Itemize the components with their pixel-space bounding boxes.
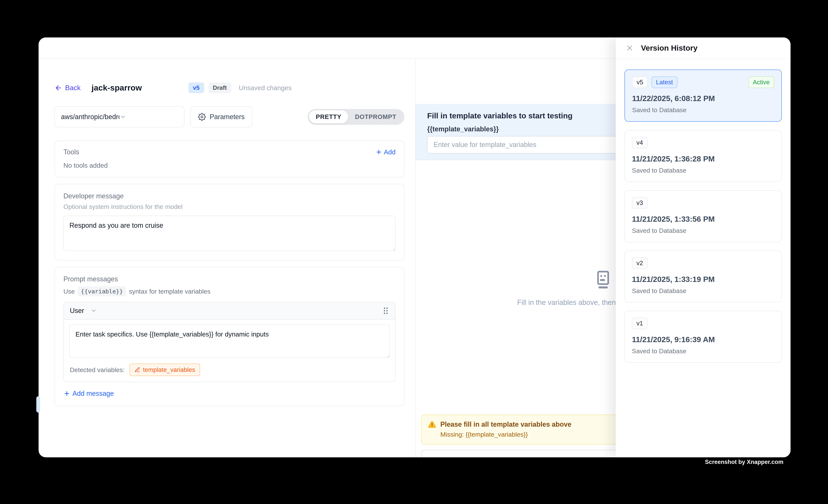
tools-card: Tools Add No tools added [54,140,404,177]
warning-triangle-icon [428,420,436,428]
app-window: Back jack-sparrow v5 Draft Unsaved chang… [39,37,791,457]
version-history-panel: Version History v5 Latest Active 11/22/2… [616,37,791,457]
version-status: Saved to Database [632,106,774,114]
role-selector[interactable]: User [70,307,97,315]
toggle-dotprompt[interactable]: DOTPROMPT [348,110,403,123]
prompt-messages-card: Prompt messages Use {{variable}} syntax … [54,267,404,406]
back-arrow-icon [54,84,62,92]
no-tools-text: No tools added [64,162,396,169]
active-badge: Active [748,76,774,88]
model-selector[interactable]: aws/anthropic/bedrock-claude-3-5-s... [54,106,184,127]
unsaved-changes-text: Unsaved changes [239,84,291,92]
watermark-text: Screenshot by Xnapper.com [705,459,783,465]
developer-message-textarea[interactable]: Respond as you are tom cruise [64,216,396,251]
version-history-title: Version History [641,44,698,52]
version-badge: v5 [189,82,204,93]
plus-icon [64,390,70,397]
message-content-textarea[interactable]: Enter task specifics. Use {{template_var… [70,325,389,358]
template-variable-chip[interactable]: template_variables [129,364,200,376]
version-card-v2[interactable]: v2 11/21/2025, 1:33:19 PM Saved to Datab… [624,251,782,302]
version-chip: v3 [632,197,648,209]
role-selector-value: User [70,307,84,315]
version-timestamp: 11/21/2025, 1:36:28 PM [632,155,774,163]
version-list: v5 Latest Active 11/22/2025, 6:08:12 PM … [616,59,791,363]
prompt-message-block: User Enter task specifics. Use {{templat… [64,302,396,382]
detected-variables-row: Detected variables: template_variables [64,361,395,382]
version-card-v4[interactable]: v4 11/21/2025, 1:36:28 PM Saved to Datab… [624,130,782,182]
message-role-header: User [64,302,395,320]
edge-toast-sliver [36,396,40,413]
page-title: jack-sparrow [91,83,142,92]
close-icon[interactable] [625,44,634,52]
version-chip: v5 [632,76,648,88]
version-card-v5[interactable]: v5 Latest Active 11/22/2025, 6:08:12 PM … [624,70,782,122]
prompt-editor-column: Back jack-sparrow v5 Draft Unsaved chang… [39,59,415,457]
editor-toolbar: aws/anthropic/bedrock-claude-3-5-s... Pa… [54,106,404,127]
version-status: Saved to Database [632,227,774,234]
version-status: Saved to Database [632,287,774,295]
format-toggle: PRETTY DOTPROMPT [308,109,404,125]
draft-badge: Draft [208,82,232,93]
latest-badge: Latest [652,76,677,88]
toggle-pretty[interactable]: PRETTY [309,110,348,123]
version-timestamp: 11/21/2025, 1:33:56 PM [632,215,774,223]
chevron-down-icon [90,307,97,314]
template-syntax-hint: Use {{variable}} syntax for template var… [64,287,396,296]
tools-title: Tools [64,148,79,156]
add-tool-button[interactable]: Add [376,148,396,156]
developer-message-card: Developer message Optional system instru… [54,184,404,260]
version-timestamp: 11/22/2025, 6:08:12 PM [632,94,774,103]
version-card-v1[interactable]: v1 11/21/2025, 9:16:39 AM Saved to Datab… [624,311,782,363]
version-timestamp: 11/21/2025, 9:16:39 AM [632,335,774,344]
back-label: Back [65,84,81,92]
breadcrumb: Back jack-sparrow v5 Draft Unsaved chang… [54,82,404,93]
version-status: Saved to Database [632,347,774,355]
version-chip: v1 [632,318,648,329]
prompt-messages-title: Prompt messages [64,275,396,283]
developer-message-title: Developer message [64,192,396,200]
bot-icon [592,268,614,291]
add-message-button[interactable]: Add message [64,389,396,397]
plus-icon [376,149,382,155]
developer-message-subtitle: Optional system instructions for the mod… [64,203,396,210]
chevron-down-icon [120,114,178,120]
drag-handle-icon[interactable] [382,307,389,314]
version-status: Saved to Database [632,167,774,174]
variable-syntax-chip: {{variable}} [78,287,126,296]
version-chip: v4 [632,137,648,149]
parameters-label: Parameters [210,113,245,121]
parameters-button[interactable]: Parameters [191,106,252,127]
model-selector-value: aws/anthropic/bedrock-claude-3-5-s... [61,113,120,121]
version-chip: v2 [632,257,648,269]
warning-title: Please fill in all template variables ab… [440,420,571,428]
version-timestamp: 11/21/2025, 1:33:19 PM [632,275,774,284]
version-history-header: Version History [616,37,791,59]
back-button[interactable]: Back [54,84,81,92]
version-card-v3[interactable]: v3 11/21/2025, 1:33:56 PM Saved to Datab… [624,190,782,242]
gear-icon [198,113,206,121]
pencil-icon [134,367,140,373]
detected-variables-label: Detected variables: [70,366,125,374]
